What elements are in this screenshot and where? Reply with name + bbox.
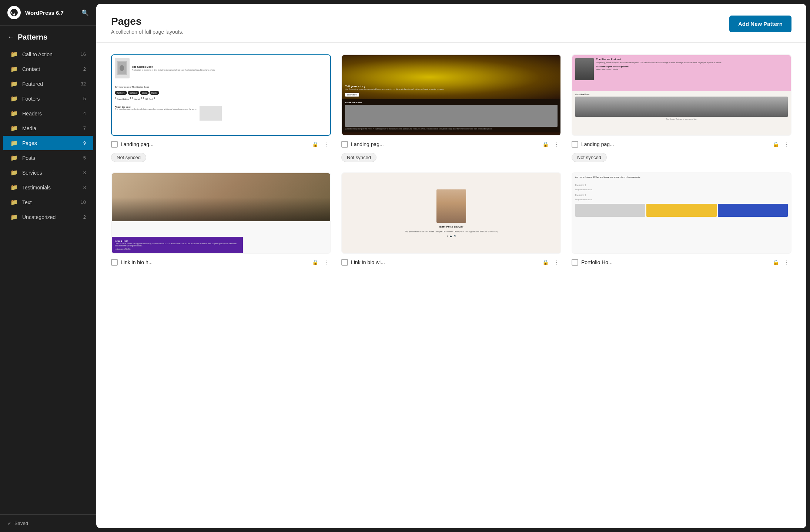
not-synced-badge: Not synced [341,153,376,162]
sidebar-item-count: 4 [83,111,86,116]
folder-icon: 📁 [10,169,18,176]
sidebar-item-label: Uncategorized [22,214,79,220]
pattern-meta: Landing pag... 🔒 ⋮ [111,139,331,149]
pattern-checkbox[interactable] [572,141,578,148]
more-options-icon[interactable]: ⋮ [321,257,331,267]
sidebar-item-services[interactable]: 📁 Services 3 [3,165,93,180]
sidebar-item-featured[interactable]: 📁 Featured 32 [3,77,93,91]
sidebar-item-footers[interactable]: 📁 Footers 5 [3,91,93,106]
folder-icon: 📁 [10,110,18,117]
pattern-name: Landing pag... [581,141,770,147]
pattern-card: The Stories Book A collection of moments… [111,54,331,162]
sidebar-item-headers[interactable]: 📁 Headers 4 [3,106,93,121]
sidebar-item-count: 5 [83,96,86,101]
folder-icon: 📁 [10,125,18,132]
more-options-icon[interactable]: ⋮ [321,139,331,149]
sidebar-item-label: Testimonials [22,185,79,191]
sidebar-item-call-to-action[interactable]: 📁 Call to Action 16 [3,47,93,61]
sidebar-item-label: Media [22,125,79,131]
pattern-card: The Stories Podcast Storytelling, reader… [572,54,791,162]
sidebar-item-posts[interactable]: 📁 Posts 5 [3,151,93,165]
sidebar-item-count: 2 [83,66,86,72]
sidebar-item-count: 32 [81,81,86,87]
pattern-name: Link in bio wi... [351,259,539,265]
patterns-nav: ← Patterns [0,26,96,45]
pattern-grid: The Stories Book A collection of moments… [96,43,806,279]
check-icon: ✓ [7,521,11,526]
pattern-checkbox[interactable] [341,259,348,266]
book-illustration [115,58,130,78]
pattern-meta: Portfolio Ho... 🔒 ⋮ [572,257,791,267]
sidebar-item-testimonials[interactable]: 📁 Testimonials 3 [3,180,93,195]
pattern-name: Link in bio h... [121,259,309,265]
sidebar-item-count: 9 [83,140,86,146]
sidebar-item-count: 16 [81,51,86,57]
pattern-preview[interactable]: The Stories Podcast Storytelling, reader… [572,54,791,136]
saved-label: Saved [14,521,28,526]
sidebar-item-count: 3 [83,185,86,190]
wp-logo[interactable] [7,6,21,19]
more-options-icon[interactable]: ⋮ [782,257,791,267]
pattern-name: Landing pag... [351,141,539,147]
lock-icon: 🔒 [773,259,779,265]
patterns-heading: Patterns [18,33,47,41]
pattern-preview[interactable]: The Stories Book A collection of moments… [111,54,331,136]
pattern-checkbox[interactable] [111,259,118,266]
pattern-card: Lewis Hine Lewis H. Hine started taking … [111,172,331,267]
more-options-icon[interactable]: ⋮ [552,257,561,267]
sidebar-item-uncategorized[interactable]: 📁 Uncategorized 2 [3,210,93,224]
back-arrow-icon[interactable]: ← [7,33,14,41]
pattern-preview[interactable]: Gael Felix Saltzar Art, passionate and s… [341,172,561,254]
sidebar-header: WordPress 6.7 🔍 [0,0,96,26]
sidebar-item-label: Pages [22,140,79,146]
sidebar-item-label: Footers [22,96,79,102]
lock-icon: 🔒 [773,141,779,147]
pattern-preview[interactable]: Tell your story Use flowers that bloom i… [341,54,561,136]
sidebar-item-label: Headers [22,111,79,117]
page-subtitle: A collection of full page layouts. [111,29,183,35]
sidebar-item-media[interactable]: 📁 Media 7 [3,121,93,135]
lock-icon: 🔒 [312,141,318,147]
sidebar-item-count: 3 [83,170,86,175]
folder-icon: 📁 [10,51,18,58]
pattern-checkbox[interactable] [572,259,578,266]
sidebar-item-label: Call to Action [22,51,76,57]
pattern-meta: Landing pag... 🔒 ⋮ [572,139,791,149]
pattern-preview[interactable]: My name is Anna Müller and these are som… [572,172,791,254]
lock-icon: 🔒 [312,259,318,265]
sidebar-item-label: Services [22,170,79,176]
add-new-pattern-button[interactable]: Add New Pattern [729,16,791,32]
sidebar-item-label: Contact [22,66,79,72]
sidebar-item-count: 2 [83,214,86,220]
folder-icon: 📁 [10,213,18,220]
sidebar-item-text[interactable]: 📁 Text 10 [3,195,93,209]
sidebar-item-contact[interactable]: 📁 Contact 2 [3,62,93,76]
lock-icon: 🔒 [542,259,549,265]
pattern-name: Portfolio Ho... [581,259,770,265]
main-header: Pages A collection of full page layouts.… [96,4,806,43]
page-title-group: Pages A collection of full page layouts. [111,16,183,35]
svg-point-2 [120,65,124,71]
nav-list: 📁 Call to Action 16 📁 Contact 2 📁 Featur… [0,45,96,514]
pattern-checkbox[interactable] [111,141,118,148]
not-synced-badge: Not synced [572,153,607,162]
wp-title: WordPress 6.7 [25,10,77,16]
pattern-meta: Link in bio h... 🔒 ⋮ [111,257,331,267]
sidebar-item-pages[interactable]: 📁 Pages 9 [3,136,93,150]
pattern-checkbox[interactable] [341,141,348,148]
folder-icon: 📁 [10,139,18,147]
more-options-icon[interactable]: ⋮ [782,139,791,149]
pattern-meta: Link in bio wi... 🔒 ⋮ [341,257,561,267]
sidebar: WordPress 6.7 🔍 ← Patterns 📁 Call to Act… [0,0,96,532]
folder-icon: 📁 [10,184,18,191]
pattern-preview[interactable]: Lewis Hine Lewis H. Hine started taking … [111,172,331,254]
pattern-card: Gael Felix Saltzar Art, passionate and s… [341,172,561,267]
sidebar-item-count: 7 [83,125,86,131]
sidebar-item-count: 5 [83,155,86,161]
sidebar-item-count: 10 [81,199,86,205]
pattern-name: Landing pag... [121,141,309,147]
search-icon[interactable]: 🔍 [81,9,89,16]
pattern-meta: Landing pag... 🔒 ⋮ [341,139,561,149]
sidebar-item-label: Text [22,199,76,205]
more-options-icon[interactable]: ⋮ [552,139,561,149]
